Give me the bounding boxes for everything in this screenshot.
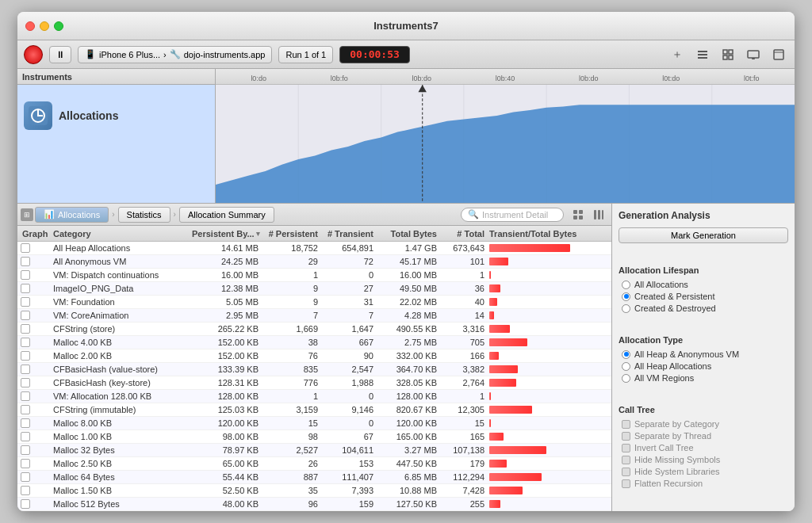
row-checkbox-15[interactable] xyxy=(21,445,30,455)
record-button[interactable] xyxy=(24,45,43,64)
table-row[interactable]: VM: Dispatch continuations 16.00 MB 1 0 … xyxy=(17,269,611,282)
type-heap-option[interactable]: All Heap Allocations xyxy=(622,361,788,371)
table-row[interactable]: Malloc 32 Bytes 78.97 KB 2,527 104,611 3… xyxy=(17,444,611,457)
table-header: Graph Category Persistent By... ▾ # Pers… xyxy=(17,226,611,242)
close-button[interactable] xyxy=(25,21,35,31)
maximize-button[interactable] xyxy=(54,21,63,31)
table-row[interactable]: VM: Foundation 5.05 MB 9 31 22.02 MB 40 xyxy=(17,296,611,309)
tab-allocation-summary[interactable]: Allocation Summary xyxy=(179,207,274,223)
row-checkbox-9[interactable] xyxy=(21,365,30,374)
table-row[interactable]: CFString (store) 265.22 KB 1,669 1,647 4… xyxy=(17,323,611,336)
ct-sep-thread-checkbox[interactable] xyxy=(622,432,630,441)
row-checkbox-7[interactable] xyxy=(21,338,30,347)
window-button[interactable] xyxy=(769,46,788,63)
table-row[interactable]: All Anonymous VM 24.25 MB 29 72 45.17 MB… xyxy=(17,255,611,269)
minimize-button[interactable] xyxy=(40,21,49,31)
add-button[interactable]: ＋ xyxy=(668,46,687,63)
lifespan-persistent-label: Created & Persistent xyxy=(634,292,715,301)
ct-invert-checkbox[interactable] xyxy=(622,444,630,452)
ct-flatten-checkbox[interactable] xyxy=(622,479,630,488)
lifespan-all-radio[interactable] xyxy=(622,281,630,289)
ct-sep-thread-item[interactable]: Separate by Thread xyxy=(622,431,788,441)
row-checkbox-17[interactable] xyxy=(21,472,30,482)
list-view-button[interactable] xyxy=(693,46,712,63)
table-row[interactable]: Malloc 512 Bytes 48.00 KB 96 159 127.50 … xyxy=(17,498,611,511)
ct-flatten-item[interactable]: Flatten Recursion xyxy=(622,479,788,488)
ct-hide-system-item[interactable]: Hide System Libraries xyxy=(622,467,788,476)
type-vm-option[interactable]: All VM Regions xyxy=(622,373,788,383)
table-row[interactable]: CFBasicHash (key-store) 128.31 KB 776 1,… xyxy=(17,376,611,390)
table-row[interactable]: Malloc 2.00 KB 152.00 KB 76 90 332.00 KB… xyxy=(17,349,611,363)
ct-invert-item[interactable]: Invert Call Tree xyxy=(622,443,788,452)
tab-statistics[interactable]: Statistics xyxy=(118,207,170,223)
table-body[interactable]: All Heap Allocations 14.61 MB 18,752 654… xyxy=(17,242,611,511)
row-checkbox-2[interactable] xyxy=(21,270,30,280)
ct-hide-missing-checkbox[interactable] xyxy=(622,456,630,464)
view-options-btn[interactable] xyxy=(569,206,588,223)
row-checkbox-1[interactable] xyxy=(21,257,30,266)
row-checkbox-18[interactable] xyxy=(21,486,30,495)
table-row[interactable]: ImageIO_PNG_Data 12.38 MB 9 27 49.50 MB … xyxy=(17,282,611,296)
ruler-label-0: l0:do xyxy=(251,74,266,82)
run-selector[interactable]: Run 1 of 1 xyxy=(278,46,333,63)
type-vm-radio[interactable] xyxy=(622,374,630,383)
ct-hide-missing-item[interactable]: Hide Missing Symbols xyxy=(622,455,788,464)
lifespan-destroyed-option[interactable]: Created & Destroyed xyxy=(622,303,788,313)
table-row[interactable]: CFString (immutable) 125.03 KB 3,159 9,1… xyxy=(17,403,611,417)
row-checkbox-6[interactable] xyxy=(21,324,30,334)
type-heap-anon-radio[interactable] xyxy=(622,350,630,359)
instruments-header-label: Instruments xyxy=(22,72,72,82)
screen-icon xyxy=(747,48,760,61)
row-checkbox-13[interactable] xyxy=(21,418,30,428)
row-checkbox-8[interactable] xyxy=(21,351,30,361)
col-header-category[interactable]: Category xyxy=(53,229,192,239)
row-checkbox-3[interactable] xyxy=(21,284,30,293)
screen-button[interactable] xyxy=(744,46,763,63)
table-row[interactable]: Malloc 1.50 KB 52.50 KB 35 7,393 10.88 M… xyxy=(17,484,611,498)
device-selector[interactable]: 📱 iPhone 6 Plus... › 🔧 dojo-instruments.… xyxy=(78,46,272,63)
lifespan-destroyed-radio[interactable] xyxy=(622,304,630,313)
ct-sep-cat-item[interactable]: Separate by Category xyxy=(622,419,788,429)
tab-allocations[interactable]: 📊 Allocations xyxy=(35,207,109,223)
timeline-chart[interactable] xyxy=(216,85,795,203)
row-checkbox-0[interactable] xyxy=(21,243,30,253)
type-heap-anon-option[interactable]: All Heap & Anonymous VM xyxy=(622,349,788,359)
cell-transient-19: 159 xyxy=(323,499,378,509)
table-row[interactable]: Malloc 1.00 KB 98.00 KB 98 67 165.00 KB … xyxy=(17,430,611,444)
expand-icon[interactable]: ⊞ xyxy=(21,208,33,221)
col-header-total[interactable]: # Total xyxy=(442,229,489,239)
col-header-total-bytes[interactable]: Total Bytes xyxy=(378,229,442,239)
row-checkbox-16[interactable] xyxy=(21,459,30,468)
table-row[interactable]: Malloc 64 Bytes 55.44 KB 887 111,407 6.8… xyxy=(17,471,611,484)
col-header-persistent[interactable]: Persistent By... ▾ xyxy=(192,229,263,239)
table-row[interactable]: CFBasicHash (value-store) 133.39 KB 835 … xyxy=(17,363,611,376)
instrument-row[interactable]: Allocations xyxy=(17,85,215,147)
row-checkbox-5[interactable] xyxy=(21,311,30,320)
col-header-transient[interactable]: # Transient xyxy=(323,229,378,239)
pause-button[interactable]: ⏸ xyxy=(49,46,71,63)
grid-view-button[interactable] xyxy=(718,46,737,63)
ct-sep-cat-checkbox[interactable] xyxy=(622,420,630,429)
lifespan-persistent-radio[interactable] xyxy=(622,292,630,301)
row-checkbox-12[interactable] xyxy=(21,405,30,414)
mark-generation-button[interactable]: Mark Generation xyxy=(619,227,788,243)
lifespan-all-option[interactable]: All Allocations xyxy=(622,280,788,289)
table-row[interactable]: VM: CoreAnimation 2.95 MB 7 7 4.28 MB 14 xyxy=(17,309,611,323)
table-row[interactable]: All Heap Allocations 14.61 MB 18,752 654… xyxy=(17,242,611,255)
col-header-num-persistent[interactable]: # Persistent xyxy=(263,229,323,239)
row-checkbox-10[interactable] xyxy=(21,378,30,387)
search-box[interactable]: 🔍 Instrument Detail xyxy=(461,208,564,222)
table-row[interactable]: Malloc 4.00 KB 152.00 KB 38 667 2.75 MB … xyxy=(17,336,611,349)
ct-hide-system-checkbox[interactable] xyxy=(622,468,630,476)
row-checkbox-14[interactable] xyxy=(21,432,30,441)
lifespan-all-label: All Allocations xyxy=(634,280,688,289)
columns-btn[interactable] xyxy=(589,206,608,223)
row-checkbox-11[interactable] xyxy=(21,391,30,401)
row-checkbox-4[interactable] xyxy=(21,297,30,307)
row-checkbox-19[interactable] xyxy=(21,499,30,509)
type-heap-radio[interactable] xyxy=(622,362,630,371)
table-row[interactable]: Malloc 2.50 KB 65.00 KB 26 153 447.50 KB… xyxy=(17,457,611,471)
table-row[interactable]: VM: Allocation 128.00 KB 128.00 KB 1 0 1… xyxy=(17,390,611,403)
lifespan-persistent-option[interactable]: Created & Persistent xyxy=(622,292,788,301)
table-row[interactable]: Malloc 8.00 KB 120.00 KB 15 0 120.00 KB … xyxy=(17,417,611,430)
